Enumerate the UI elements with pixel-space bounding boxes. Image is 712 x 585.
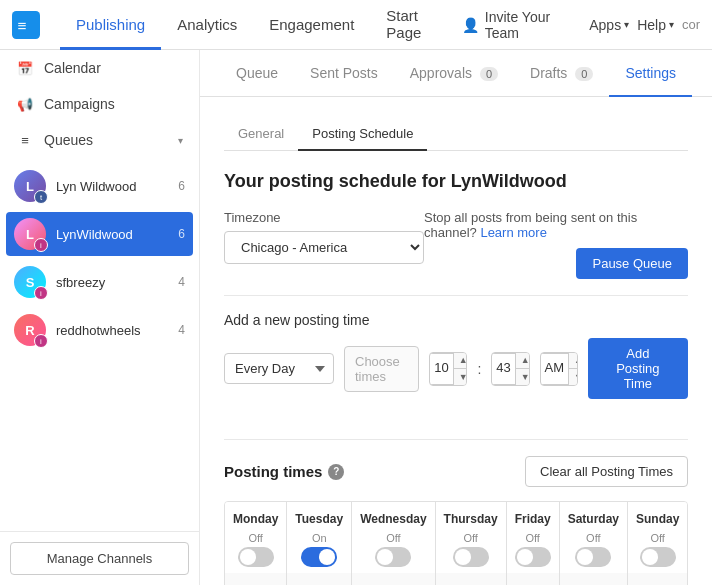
- add-posting-time-button[interactable]: Add Posting Time: [588, 338, 688, 399]
- day-name-wednesday: Wednesday: [360, 512, 426, 526]
- minute-up-button[interactable]: ▲: [515, 353, 530, 369]
- toggle-label-tuesday: On: [312, 532, 327, 544]
- ampm-down-button[interactable]: ▼: [568, 369, 578, 385]
- section-title: Your posting schedule for LynWildwood: [224, 171, 688, 192]
- day-name-tuesday: Tuesday: [295, 512, 343, 526]
- toggle-knob-sunday: [642, 549, 658, 565]
- hour-down-button[interactable]: ▼: [453, 369, 468, 385]
- ampm-up-button[interactable]: ▲: [568, 353, 578, 369]
- main-nav: Publishing Analytics Engagement Start Pa…: [60, 0, 462, 49]
- day-toggle-tuesday: On: [295, 532, 343, 567]
- sidebar-item-calendar[interactable]: 📅 Calendar: [0, 50, 199, 86]
- channel-item-sfbreezy[interactable]: S i sfbreezy 4: [0, 258, 199, 306]
- instagram-badge-icon: i: [34, 238, 48, 252]
- tab-sent-posts[interactable]: Sent Posts: [294, 51, 394, 97]
- timezone-select[interactable]: Chicago - America: [224, 231, 424, 264]
- subtab-posting-schedule[interactable]: Posting Schedule: [298, 118, 427, 151]
- invite-team-button[interactable]: 👤 Invite Your Team: [462, 9, 581, 41]
- time-slot-thursday[interactable]: 02 : 00 PM: [440, 581, 502, 585]
- channel-item-lyn-w[interactable]: L t Lyn Wildwood 6: [0, 162, 199, 210]
- day-header-wednesday: Wednesday Off: [352, 502, 434, 573]
- day-col-thursday: Thursday Off 02 : 00 PM: [436, 502, 507, 585]
- nav-start-page[interactable]: Start Page: [370, 1, 461, 50]
- day-times-monday: [225, 573, 286, 585]
- toggle-switch-friday[interactable]: [515, 547, 551, 567]
- apps-menu[interactable]: Apps ▾: [589, 17, 629, 33]
- day-times-sunday: 02 : 00 PM: [628, 573, 687, 585]
- add-posting-label: Add a new posting time: [224, 312, 688, 328]
- tab-settings[interactable]: Settings: [609, 51, 692, 97]
- day-header-thursday: Thursday Off: [436, 502, 506, 573]
- toggle-switch-thursday[interactable]: [453, 547, 489, 567]
- timezone-right: Stop all posts from being sent on this c…: [424, 210, 688, 279]
- posting-times-help-icon[interactable]: ?: [328, 464, 344, 480]
- manage-channels-button[interactable]: Manage Channels: [10, 542, 189, 575]
- toggle-switch-wednesday[interactable]: [375, 547, 411, 567]
- day-col-wednesday: Wednesday Off 02 : 00 PM: [352, 502, 435, 585]
- channel-avatar-reddhotwheels: R i: [14, 314, 46, 346]
- add-posting-section: Add a new posting time Every Day Monday …: [224, 312, 688, 440]
- subtab-general[interactable]: General: [224, 118, 298, 151]
- toggle-switch-monday[interactable]: [238, 547, 274, 567]
- hour-spinner: 10 ▲ ▼: [429, 352, 467, 386]
- clear-posting-times-button[interactable]: Clear all Posting Times: [525, 456, 688, 487]
- tab-drafts[interactable]: Drafts 0: [514, 51, 609, 97]
- time-slot-sunday[interactable]: 02 : 00 PM: [632, 581, 683, 585]
- nav-analytics[interactable]: Analytics: [161, 1, 253, 50]
- logo[interactable]: ≡: [12, 11, 40, 39]
- day-times-wednesday: 02 : 00 PM: [352, 573, 434, 585]
- nav-engagement[interactable]: Engagement: [253, 1, 370, 50]
- help-chevron-icon: ▾: [669, 19, 674, 30]
- channels-list: L t Lyn Wildwood 6 L i LynWildwood 6 S i: [0, 158, 199, 358]
- toggle-switch-saturday[interactable]: [575, 547, 611, 567]
- minute-value: 43: [492, 353, 514, 385]
- day-toggle-friday: Off: [515, 532, 551, 567]
- channel-item-reddhotwheels[interactable]: R i reddhotwheels 4: [0, 306, 199, 354]
- pause-queue-button[interactable]: Pause Queue: [576, 248, 688, 279]
- nav-publishing[interactable]: Publishing: [60, 1, 161, 50]
- minute-down-button[interactable]: ▼: [515, 369, 530, 385]
- time-slot-saturday[interactable]: 02 : 00 PM: [564, 581, 623, 585]
- time-slot-friday[interactable]: 02 : 00 PM: [511, 581, 555, 585]
- queues-chevron-icon: ▾: [178, 135, 183, 146]
- sidebar-item-campaigns[interactable]: 📢 Campaigns: [0, 86, 199, 122]
- sidebar-item-queues[interactable]: ≡ Queues ▾: [0, 122, 199, 158]
- time-slot-wednesday[interactable]: 02 : 00 PM: [356, 581, 430, 585]
- posting-times-section: Posting times ? Clear all Posting Times …: [224, 456, 688, 585]
- toggle-label-monday: Off: [248, 532, 262, 544]
- channel-item-lyn-w2[interactable]: L i LynWildwood 6: [6, 212, 193, 256]
- user-avatar-initial[interactable]: cor: [682, 17, 700, 32]
- add-posting-row: Every Day Monday Tuesday Wednesday Thurs…: [224, 338, 688, 399]
- toggle-knob-tuesday: [319, 549, 335, 565]
- campaigns-icon: 📢: [16, 97, 34, 112]
- stop-posts-text: Stop all posts from being sent on this c…: [424, 210, 688, 240]
- sub-tabs: General Posting Schedule: [224, 117, 688, 151]
- toggle-label-saturday: Off: [586, 532, 600, 544]
- day-toggle-sunday: Off: [636, 532, 679, 567]
- timezone-left: Timezone Chicago - America: [224, 210, 424, 264]
- help-menu[interactable]: Help ▾: [637, 17, 674, 33]
- toggle-switch-sunday[interactable]: [640, 547, 676, 567]
- timezone-section: Timezone Chicago - America Stop all post…: [224, 210, 688, 296]
- learn-more-link[interactable]: Learn more: [480, 225, 546, 240]
- toggle-switch-tuesday[interactable]: [301, 547, 337, 567]
- posting-times-title: Posting times ?: [224, 463, 344, 480]
- toggle-knob-wednesday: [377, 549, 393, 565]
- hour-up-button[interactable]: ▲: [453, 353, 468, 369]
- ampm-value: AM: [541, 353, 569, 385]
- toggle-knob-saturday: [577, 549, 593, 565]
- main-tabs: Queue Sent Posts Approvals 0 Drafts 0 Se…: [200, 50, 712, 97]
- choose-times-placeholder: Choose times: [344, 346, 419, 392]
- tab-queue[interactable]: Queue: [220, 51, 294, 97]
- toggle-label-sunday: Off: [650, 532, 664, 544]
- channel-avatar-lyn-w: L t: [14, 170, 46, 202]
- day-select[interactable]: Every Day Monday Tuesday Wednesday Thurs…: [224, 353, 334, 384]
- channel-avatar-lyn-w2: L i: [14, 218, 46, 250]
- time-colon: :: [477, 361, 481, 377]
- svg-text:≡: ≡: [18, 16, 27, 33]
- day-name-saturday: Saturday: [568, 512, 619, 526]
- day-header-monday: Monday Off: [225, 502, 286, 573]
- time-slot-tuesday[interactable]: 12 : 00 PM: [291, 581, 347, 585]
- day-name-monday: Monday: [233, 512, 278, 526]
- tab-approvals[interactable]: Approvals 0: [394, 51, 514, 97]
